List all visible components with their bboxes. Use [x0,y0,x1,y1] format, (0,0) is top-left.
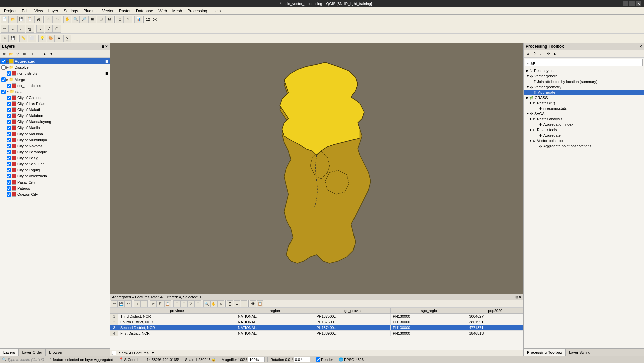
menu-project[interactable]: Project [1,8,19,14]
filter-btn[interactable]: ▽ [187,300,194,307]
locate-label[interactable]: Type to locate (Ctrl+K) [7,358,44,362]
toolbox-tool-aggregate-point-obs[interactable]: ⚙ Aggregate point observations [524,143,644,149]
toolbox-tool-r-resamp-stats[interactable]: ⚙ r.resamp.stats [524,106,644,111]
expand-saga[interactable]: ▼ [526,112,529,115]
close-button[interactable]: ✕ [636,1,641,6]
table-row-selected[interactable]: 3 Second District, NCR NATIONAL… PH13740… [110,325,523,331]
layer-check-makati[interactable] [7,108,11,112]
move-feature-btn[interactable]: ↔ [17,25,25,33]
new-project-btn[interactable]: 📄 [1,16,9,23]
copy-features-btn[interactable]: ⎘ [157,300,164,307]
cut-features-btn[interactable]: ✂ [150,300,157,307]
menu-mesh[interactable]: Mesh [170,8,185,14]
footer-dropdown[interactable]: ▼ [151,351,155,355]
field-calc-btn[interactable]: ∑ [63,35,71,42]
layer-item-merge[interactable]: ▶ 📁 Merge [0,76,110,83]
edit-table-btn[interactable]: ✏ [111,300,118,307]
col-region[interactable]: region [236,308,314,314]
rotation-input[interactable] [294,357,310,362]
layer-item-makati[interactable]: City of Makati [0,107,110,113]
layer-item-mandaluyong[interactable]: City of Mandaluyong [0,119,110,125]
expand-data[interactable]: ▼ [6,90,9,93]
open-project-btn[interactable]: 📂 [9,16,17,23]
open-attribute-table-btn[interactable]: 📊 [134,16,142,23]
undo-btn[interactable]: ↩ [45,16,53,23]
col-province[interactable]: province [118,308,236,314]
layer-item-marikina[interactable]: City of Marikina [0,131,110,137]
epsg-item[interactable]: 🌐 EPSG:4326 [339,357,366,362]
column-visibility-btn[interactable]: 👁 [250,300,256,307]
table-row[interactable]: 4 First District, NCR NATIONAL… PH133900… [110,331,523,336]
remove-layer-btn[interactable]: − [35,51,41,57]
add-point-btn[interactable]: • [36,25,44,33]
open-layer-btn[interactable]: 📂 [8,51,14,57]
toolbox-group-vector-general[interactable]: ▼ ⚙ Vector general [524,73,644,79]
layers-header-controls[interactable]: ⊟ ✕ [102,45,108,48]
layer-item-pasay[interactable]: Pasay City [0,179,110,185]
layer-check-pateros[interactable] [7,186,11,191]
layer-item-quezon[interactable]: Quezon City [0,191,110,197]
add-polygon-btn[interactable]: ⬡ [53,25,61,33]
layer-menu-ncr-districts[interactable]: ☰ [105,72,108,75]
tab-layers[interactable]: Layers [0,349,19,356]
layer-item-valenzuela[interactable]: City of Valenzuela [0,173,110,179]
layer-check-data[interactable] [1,90,6,94]
toolbox-group-raster-tools[interactable]: ▼ ⚙ Raster tools [524,127,644,133]
add-layer-btn[interactable]: ⊕ [1,51,7,57]
layer-item-malabon[interactable]: City of Malabon [0,113,110,119]
toolbox-group-raster-analysis[interactable]: ▼ ⚙ Raster analysis [524,116,644,122]
layer-menu-aggregated[interactable]: ☰ [105,60,108,63]
expand-vector-general[interactable]: ▼ [526,74,529,78]
expand-all-btn[interactable]: ⊞ [21,51,27,57]
menu-settings[interactable]: Settings [61,8,81,14]
toolbox-refresh-btn[interactable]: ↺ [525,51,531,57]
layer-item-muntinlupa[interactable]: City of Muntinlupa [0,137,110,143]
toolbox-recent-btn[interactable]: ⏱ [538,51,544,57]
layer-check-aggregated[interactable] [1,59,6,64]
table-row[interactable]: 1 Third District, NCR NATIONAL… PH137500… [110,314,523,319]
show-all-features-check[interactable] [112,351,116,355]
attr-table-close-btn[interactable]: ✕ [519,295,521,299]
render-check[interactable] [316,357,320,362]
toolbox-tool-join-attrs[interactable]: Σ Join attributes by location (summary) [524,79,644,84]
layer-check-navotas[interactable] [7,144,11,148]
scale-lock-icon[interactable]: 🔒 [211,357,216,362]
layer-item-manila[interactable]: City of Manila [0,125,110,131]
layer-item-pasig[interactable]: City of Pasig [0,155,110,161]
measure-area-btn[interactable]: ⬜ [28,35,36,42]
menu-plugins[interactable]: Plugins [81,8,99,14]
form-view-btn[interactable]: 📋 [257,300,263,307]
toolbox-group-vector-point-tools[interactable]: ▼ ⚙ Vector point tools [524,138,644,143]
rollback-btn[interactable]: ↩ [125,300,132,307]
layer-item-navotas[interactable]: City of Navotas [0,143,110,149]
measure-line-btn[interactable]: 📏 [19,35,27,42]
col-sgc-regio[interactable]: sgc_regio [391,308,467,314]
layer-check-muntinlupa[interactable] [7,138,11,142]
col-pop2020[interactable]: pop2020 [467,308,523,314]
maximize-button[interactable]: □ [629,1,635,6]
save-layer-btn[interactable]: 💾 [9,35,17,42]
layer-item-taguig[interactable]: City of Taguig [0,167,110,173]
tab-layer-order[interactable]: Layer Order [19,349,46,356]
label-btn[interactable]: A [55,35,63,42]
save-project-btn[interactable]: 💾 [17,16,25,23]
select-feature-btn[interactable]: ◻ [116,16,124,23]
layer-check-taguig[interactable] [7,168,11,172]
save-edits-btn[interactable]: 💾 [118,300,125,307]
layer-check-quezon[interactable] [7,192,11,197]
save-as-btn[interactable]: 📋 [26,16,34,23]
layer-item-ncr-districts[interactable]: ncr_districts ☰ [0,70,110,76]
layer-check-merge[interactable] [1,77,6,82]
minimize-button[interactable]: — [623,1,628,6]
layer-options-btn[interactable]: ☰ [55,51,61,57]
expand-dissolve[interactable]: ▶ [6,66,9,69]
layer-check-marikina[interactable] [7,132,11,136]
layer-check-las-pinas[interactable] [7,102,11,106]
menu-processing[interactable]: Processing [185,8,210,14]
tab-browser[interactable]: Browser [46,349,66,356]
layers-collapse-btn[interactable]: ⊟ [102,45,104,48]
zoom-layer-btn[interactable]: ⊡ [97,16,105,23]
layer-check-paranaque[interactable] [7,150,11,154]
style-manager-btn[interactable]: 🎨 [47,35,55,42]
layers-close-btn[interactable]: ✕ [105,45,108,48]
